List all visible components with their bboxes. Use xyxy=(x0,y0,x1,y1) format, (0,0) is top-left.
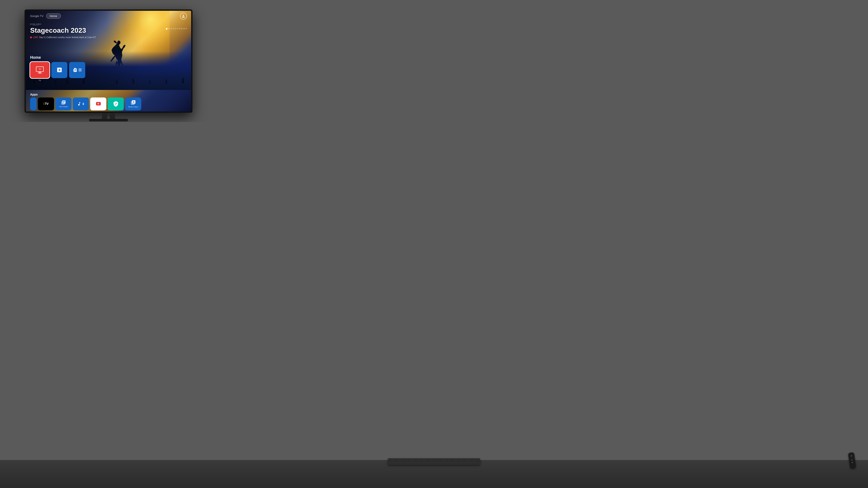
prime-underline xyxy=(32,25,39,25)
apps-section-title: Apps xyxy=(30,93,191,96)
partial-app-tile[interactable] xyxy=(30,97,37,110)
home-section: Home TV TV xyxy=(30,55,191,78)
stand-neck-left xyxy=(102,113,108,119)
user-guide-tile[interactable]: User Guide xyxy=(55,97,71,110)
apple-tv-label: TV xyxy=(45,102,49,105)
tv-screen: Google TV Home xyxy=(26,11,191,111)
shield-icon xyxy=(113,101,119,107)
bluetooth-icon xyxy=(82,102,85,106)
tv-outer: Google TV Home xyxy=(25,9,192,113)
music-note-icon xyxy=(77,102,81,106)
brand-label: Google TV xyxy=(30,14,43,18)
live-detail: Day 3 | California's country music festi… xyxy=(39,36,96,38)
home-tab[interactable]: Home xyxy=(46,13,61,19)
home-apps-row: TV TV xyxy=(30,62,191,78)
input-icon xyxy=(56,67,62,73)
settings-tile[interactable] xyxy=(69,62,85,78)
apple-tv-icon:  TV xyxy=(43,102,49,106)
media-player-icon xyxy=(131,100,136,105)
live-label: LIVE xyxy=(33,36,38,38)
apple-tv-tile[interactable]:  TV xyxy=(38,97,54,110)
hero-title: Stagecoach 2023 xyxy=(30,27,191,34)
prime-video-badge: prime video xyxy=(30,23,41,25)
tv-icon: TV xyxy=(36,66,44,73)
live-info: LIVE Day 3 | California's country music … xyxy=(30,36,191,38)
input-tile[interactable] xyxy=(51,62,67,78)
stand-neck-right xyxy=(110,113,115,119)
user-guide-label: User Guide xyxy=(59,106,68,107)
tv-bezel: Google TV Home xyxy=(26,11,191,111)
music-bt-tile[interactable] xyxy=(73,97,89,110)
stand-foot xyxy=(89,119,128,121)
yt-play-btn xyxy=(96,102,101,105)
tv-app-tile[interactable]: TV TV xyxy=(30,62,50,78)
youtube-kids-tile[interactable] xyxy=(90,97,106,110)
gear-icon xyxy=(73,68,77,72)
media-player-label: Media Player xyxy=(128,106,138,108)
music-bt-icon-group xyxy=(77,102,85,106)
top-nav: Google TV Home xyxy=(26,11,191,22)
list-lines-icon xyxy=(79,69,82,71)
provider-label: prime video xyxy=(30,23,41,25)
home-section-title: Home xyxy=(30,55,191,60)
live-indicator xyxy=(30,37,32,38)
youtube-kids-icon xyxy=(96,102,101,106)
tv-brand-label: TCL xyxy=(106,108,111,110)
tv-label: TV xyxy=(30,79,50,82)
settings-icon-group xyxy=(73,68,82,72)
user-profile-button[interactable] xyxy=(180,13,187,20)
user-guide-icon xyxy=(61,100,66,105)
hero-content: prime video Stagecoach 2023 LIVE Day 3 |… xyxy=(30,22,191,39)
tv-stand xyxy=(87,113,130,121)
media-player-tile[interactable]: Media Player xyxy=(125,97,141,110)
yt-triangle xyxy=(98,103,99,104)
